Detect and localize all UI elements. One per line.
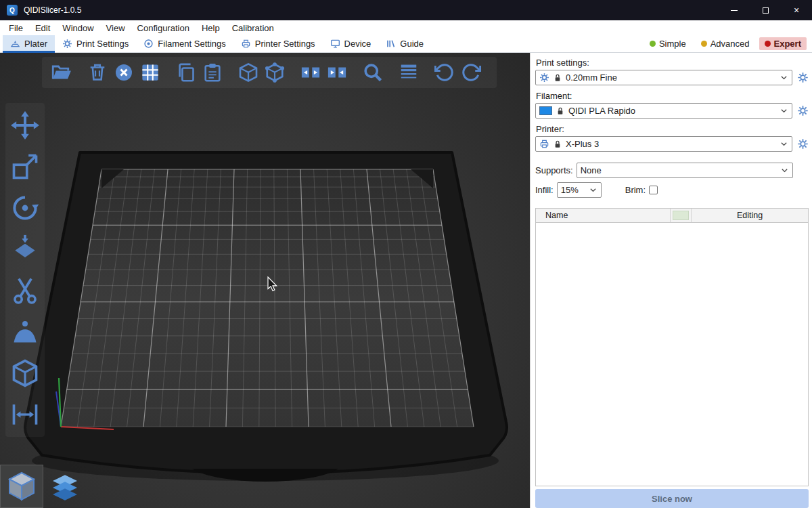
infill-label: Infill: xyxy=(535,185,554,195)
lock-icon xyxy=(553,73,562,83)
device-monitor-icon xyxy=(330,39,340,49)
copy-icon[interactable] xyxy=(176,62,196,83)
column-header-name[interactable]: Name xyxy=(536,209,671,222)
plater-toolbar xyxy=(42,57,497,88)
tab-printer-settings-label: Printer Settings xyxy=(255,39,315,49)
filament-spool-icon xyxy=(143,39,154,49)
mode-advanced-label: Advanced xyxy=(710,39,750,49)
filament-gear-button[interactable] xyxy=(797,105,809,117)
menu-file[interactable]: File xyxy=(3,20,29,35)
menu-calibration[interactable]: Calibration xyxy=(226,20,280,35)
guide-icon xyxy=(386,39,396,49)
remove-instance-icon[interactable] xyxy=(265,62,285,83)
print-settings-value: 0.20mm Fine xyxy=(566,72,617,83)
print-bed xyxy=(0,53,530,508)
tab-print-settings[interactable]: Print Settings xyxy=(55,35,136,52)
paste-icon[interactable] xyxy=(202,62,223,83)
paint-supports-tool-icon[interactable] xyxy=(10,317,40,347)
brim-label: Brim: xyxy=(625,185,646,195)
menu-configuration[interactable]: Configuration xyxy=(131,20,196,35)
editor-view-button[interactable] xyxy=(0,465,43,508)
tab-device[interactable]: Device xyxy=(323,35,379,52)
chevron-down-icon xyxy=(589,186,597,194)
filament-combo[interactable]: QIDI PLA Rapido xyxy=(535,103,792,119)
supports-combo[interactable]: None xyxy=(577,163,793,178)
toolbar-gap xyxy=(78,72,87,73)
variable-layer-height-icon[interactable] xyxy=(399,62,419,83)
tab-printer-settings[interactable]: Printer Settings xyxy=(233,35,323,52)
mode-simple[interactable]: Simple xyxy=(644,37,692,50)
toolbar-gap xyxy=(425,72,434,73)
brim-checkbox[interactable] xyxy=(649,186,658,194)
toolbar-gap xyxy=(353,72,363,73)
measure-tool-icon[interactable] xyxy=(10,400,40,429)
simple-dot-icon xyxy=(650,41,656,47)
infill-value: 15% xyxy=(561,185,579,195)
slice-now-button[interactable]: Slice now xyxy=(535,489,809,508)
expert-dot-icon xyxy=(765,41,771,47)
chevron-down-icon xyxy=(780,73,788,82)
bed-icon xyxy=(10,39,20,49)
preview-button[interactable] xyxy=(43,465,87,508)
print-settings-combo[interactable]: 0.20mm Fine xyxy=(535,70,792,85)
delete-icon[interactable] xyxy=(87,62,108,83)
printer-gear-button[interactable] xyxy=(797,138,809,150)
tab-print-settings-label: Print Settings xyxy=(76,39,129,49)
tab-device-label: Device xyxy=(344,39,371,49)
cut-tool-icon[interactable] xyxy=(10,276,40,305)
menu-help[interactable]: Help xyxy=(196,20,226,35)
layers-preview-icon xyxy=(49,470,81,503)
menubar: File Edit Window View Configuration Help… xyxy=(0,20,812,35)
minimize-icon xyxy=(731,10,738,11)
tab-guide[interactable]: Guide xyxy=(378,35,431,52)
menu-view[interactable]: View xyxy=(100,20,131,35)
infill-combo[interactable]: 15% xyxy=(557,182,602,198)
redo-icon[interactable] xyxy=(461,62,481,83)
toolbar-gap xyxy=(229,72,238,73)
open-project-icon[interactable] xyxy=(51,62,72,83)
lock-icon xyxy=(553,140,562,149)
viewport-3d[interactable] xyxy=(0,53,530,508)
minimize-button[interactable] xyxy=(719,0,750,20)
printer-icon xyxy=(539,139,549,149)
mode-expert[interactable]: Expert xyxy=(759,37,807,50)
toolbar-gap xyxy=(389,72,399,73)
column-header-editing[interactable]: Editing xyxy=(692,209,808,222)
tab-guide-label: Guide xyxy=(400,39,424,49)
place-on-face-tool-icon[interactable] xyxy=(10,234,40,264)
toolbar-gap xyxy=(291,72,300,73)
print-settings-label: Print settings: xyxy=(536,58,809,68)
tools-toolbar xyxy=(5,103,45,437)
window-title: QIDISlicer-1.0.5 xyxy=(24,5,81,15)
move-tool-icon[interactable] xyxy=(10,110,40,140)
seam-tool-icon[interactable] xyxy=(10,358,40,388)
object-list-body[interactable] xyxy=(536,223,808,486)
column-header-extruder[interactable] xyxy=(671,209,692,222)
tab-filament-settings[interactable]: Filament Settings xyxy=(136,35,233,52)
mode-switcher: Simple Advanced Expert xyxy=(644,35,812,52)
menu-edit[interactable]: Edit xyxy=(29,20,56,35)
maximize-button[interactable] xyxy=(750,0,781,20)
close-button[interactable]: × xyxy=(781,0,812,20)
undo-icon[interactable] xyxy=(434,62,455,83)
delete-all-icon[interactable] xyxy=(114,62,134,83)
rotate-tool-icon[interactable] xyxy=(10,193,40,223)
sidebar-panel: Print settings: 0.20mm Fine Filament: QI… xyxy=(530,53,812,508)
arrange-icon[interactable] xyxy=(140,62,160,83)
window-controls: × xyxy=(719,0,812,20)
mode-advanced[interactable]: Advanced xyxy=(696,37,755,50)
cube-3d-view-icon xyxy=(5,470,38,503)
object-list-header: Name Editing xyxy=(536,209,808,223)
split-to-parts-icon[interactable] xyxy=(327,62,347,83)
printer-combo[interactable]: X-Plus 3 xyxy=(535,136,792,152)
supports-label: Supports: xyxy=(535,165,573,175)
titlebar: Q QIDISlicer-1.0.5 × xyxy=(0,0,812,20)
add-instance-icon[interactable] xyxy=(238,62,258,83)
tab-plater[interactable]: Plater xyxy=(3,35,55,52)
print-settings-gear-button[interactable] xyxy=(797,72,809,83)
menu-window[interactable]: Window xyxy=(56,20,99,35)
search-icon[interactable] xyxy=(363,62,383,83)
split-to-objects-icon[interactable] xyxy=(300,62,321,83)
scale-tool-icon[interactable] xyxy=(10,152,40,182)
toolbar-gap xyxy=(166,72,176,73)
